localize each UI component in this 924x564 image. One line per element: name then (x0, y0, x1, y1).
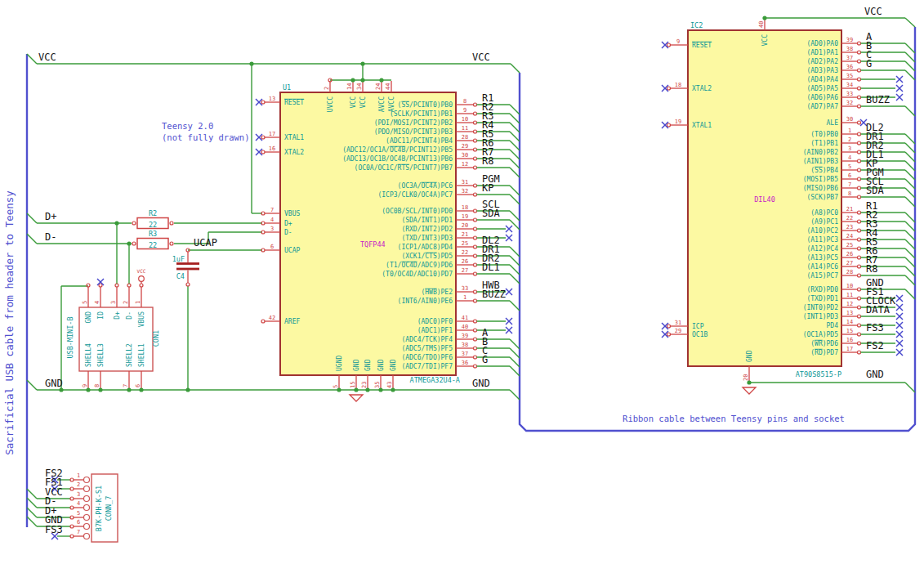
pin-number: 31 (462, 179, 468, 186)
pin-number: 8 (463, 98, 466, 105)
pin-number: 39 (846, 37, 853, 43)
r2-value: 22 (149, 221, 157, 229)
pin-end (858, 306, 861, 309)
pin-number: 34 (846, 82, 853, 88)
pin-number: 8 (94, 384, 100, 387)
pin-name: (T0/OC4D/ADC10)PD7 (382, 271, 453, 278)
pin-name: (AD2)PA2 (806, 58, 838, 65)
pin-name: VCC (359, 96, 367, 109)
conn7-pad (84, 477, 90, 483)
pin-number: 4 (77, 500, 80, 507)
pin-name: VBUS (284, 210, 300, 217)
pin-number: 30 (846, 116, 853, 123)
pin-number: 14 (346, 83, 353, 90)
pin-number: 7 (77, 529, 80, 535)
pin-name: (SS/PCINT0)PB0 (398, 101, 453, 109)
pin-name: (A11)PC3 (806, 236, 838, 244)
pin-name: (ADC0)PF0 (417, 318, 453, 325)
pin-number: 41 (462, 315, 468, 321)
pin-end (474, 112, 477, 115)
net-label-fs3: FS3 (45, 524, 63, 535)
junction-dot (391, 387, 395, 392)
wire (905, 289, 915, 299)
pin-end (70, 535, 74, 538)
pin-name: VCC (350, 96, 357, 109)
pin-name: (ADC4/TCK)PF4 (401, 336, 453, 343)
pin-end (858, 238, 861, 241)
pin-number: 25 (846, 242, 853, 248)
schematic-drawing: 13RESET17XTAL116XTAL27VBUS4D+3D-6UCAP42A… (0, 0, 924, 564)
pin-number: 29 (675, 328, 681, 334)
pin-number: 10 (462, 116, 468, 123)
pin-number: 11 (846, 292, 853, 298)
pin-end (858, 211, 861, 214)
pin-end (474, 320, 477, 323)
pin-number: 2 (848, 137, 851, 143)
pin-number: 16 (269, 145, 275, 152)
pin-name: ICP (692, 323, 704, 330)
usb-cable-note: Sacrificial USB cable from header to Tee… (3, 190, 16, 455)
pin-end (170, 242, 173, 245)
conn7-value: B7K-PH-K-S1 (95, 486, 103, 531)
pin-number: 42 (269, 315, 275, 321)
pin-name: GND (377, 359, 385, 371)
net-label-fs3: FS3 (866, 322, 884, 333)
ribbon-cable-note: Ribbon cable between Teensy pins and soc… (623, 414, 845, 423)
pin-name: (AD1)PA1 (806, 49, 838, 56)
pin-end (132, 242, 136, 245)
pin-name: (SS)PB4 (810, 167, 838, 174)
pin-number: 32 (846, 100, 853, 106)
pin-name: RESET (692, 42, 712, 49)
wire (510, 141, 520, 150)
pin-name: (INT1)PD3 (803, 313, 839, 320)
pin-name: (ICP3/CLK0/OC4A)PC7 (377, 191, 453, 199)
pin-name: (ADC5/TMS)PF5 (401, 345, 453, 352)
wire (905, 188, 915, 198)
pin-end (858, 42, 861, 45)
pin-number: 31 (675, 320, 681, 326)
wire (27, 234, 37, 244)
pin-end (474, 272, 477, 275)
pin-number: 28 (462, 134, 468, 141)
pin-name: GND (85, 311, 92, 324)
pin-name: (PDO/MISO/PCINT3)PB3 (374, 128, 453, 136)
wire (905, 61, 915, 71)
pin-name: RESET (284, 99, 304, 106)
pin-end (858, 342, 861, 345)
pin-end (70, 478, 74, 481)
pin-name: GND (390, 359, 397, 371)
pin-name: (ADC6/TDO)PF6 (401, 354, 453, 361)
pin-end (858, 168, 861, 172)
pin-name: VBUS (138, 311, 145, 327)
pin-number: 5 (82, 301, 88, 304)
pin-end (667, 333, 671, 336)
pin-number: 17 (269, 131, 275, 137)
pin-name: (A12)PC4 (806, 245, 838, 253)
wire (510, 132, 520, 141)
junction-dot (249, 61, 253, 65)
pin-end (474, 338, 477, 341)
pin-number: 7 (270, 207, 274, 213)
pin-number: 37 (462, 351, 468, 357)
pin-end (858, 351, 861, 354)
pin-name: (AD6)PA6 (806, 94, 838, 101)
pin-number: 12 (846, 301, 853, 307)
pin-name: UGND (336, 356, 343, 371)
wire (27, 489, 37, 499)
pin-name: (MOSI)PB5 (803, 176, 839, 183)
pin-name: (T1/OC4D/ADC9)PD6 (386, 262, 453, 269)
pin-number: 29 (462, 143, 468, 150)
pin-end (474, 245, 477, 248)
pin-end (474, 356, 477, 359)
pin-number: 23 (361, 382, 368, 388)
pin-number: 6 (135, 384, 141, 387)
teensy-note-line1: Teensy 2.0 (162, 121, 213, 131)
pin-end (858, 297, 861, 300)
conn7-pad (84, 486, 90, 492)
pin-number: 24 (375, 83, 382, 90)
net-label-vcc: VCC (472, 51, 490, 63)
junction-dot (354, 387, 358, 392)
pin-name: (AD4)PA4 (806, 76, 838, 83)
conn7-reference: CONN_7 (105, 496, 113, 521)
pin-end (858, 186, 861, 190)
